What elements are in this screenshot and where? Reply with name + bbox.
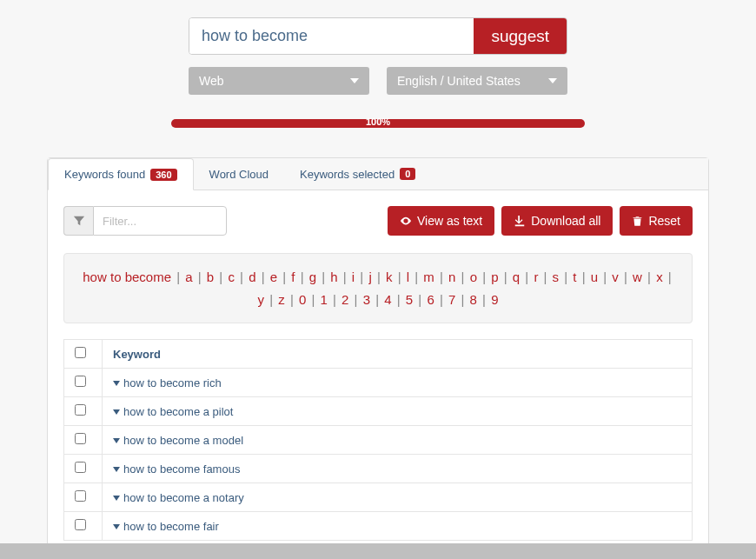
alpha-link-h[interactable]: h <box>330 270 337 284</box>
found-count-badge: 360 <box>150 169 176 181</box>
results-table: Keyword how to become richhow to become … <box>63 339 693 541</box>
source-select[interactable]: Web <box>189 67 369 95</box>
caret-down-icon <box>113 381 120 386</box>
alpha-link-u[interactable]: u <box>591 270 598 284</box>
alpha-link-e[interactable]: e <box>270 270 277 284</box>
reset-button[interactable]: Reset <box>620 206 693 236</box>
alpha-link-r[interactable]: r <box>534 270 538 284</box>
keyword-link[interactable]: how to become famous <box>123 463 240 476</box>
table-row: how to become a pilot <box>64 397 693 426</box>
progress-bar: 100% <box>171 119 585 128</box>
row-checkbox[interactable] <box>75 404 86 416</box>
alpha-link-7[interactable]: 7 <box>448 292 455 307</box>
caret-down-icon <box>113 467 120 472</box>
alpha-nav: how to become | a | b | c | d | e | f | … <box>63 253 693 323</box>
chevron-down-icon <box>350 78 359 83</box>
alpha-link-q[interactable]: q <box>513 270 520 284</box>
row-checkbox[interactable] <box>75 433 86 444</box>
progress-label: 100% <box>171 116 585 127</box>
caret-down-icon <box>113 524 120 529</box>
alpha-link-8[interactable]: 8 <box>470 292 477 307</box>
alpha-link-c[interactable]: c <box>228 270 235 284</box>
keyword-link[interactable]: how to become a pilot <box>123 405 233 418</box>
alpha-link-d[interactable]: d <box>249 270 255 284</box>
alpha-link-j[interactable]: j <box>368 270 371 284</box>
tab-keywords-selected[interactable]: Keywords selected 0 <box>284 158 431 190</box>
keyword-link[interactable]: how to become a notary <box>123 491 244 504</box>
alpha-link-b[interactable]: b <box>207 270 214 284</box>
caret-down-icon <box>113 496 120 501</box>
tab-label: Keywords found <box>64 168 145 181</box>
tab-label: Word Cloud <box>209 168 269 181</box>
alpha-link-y[interactable]: y <box>257 292 264 307</box>
alpha-link-k[interactable]: k <box>386 270 393 284</box>
table-row: how to become rich <box>64 369 693 397</box>
results-panel: Keywords found 360 Word Cloud Keywords s… <box>47 157 709 557</box>
footer-shadow <box>0 543 756 559</box>
table-row: how to become a notary <box>64 483 693 512</box>
column-header-keyword: Keyword <box>103 340 693 369</box>
alpha-link-6[interactable]: 6 <box>427 292 434 307</box>
tab-word-cloud[interactable]: Word Cloud <box>194 158 284 190</box>
tab-label: Keywords selected <box>300 168 395 181</box>
caret-down-icon <box>113 438 120 443</box>
view-as-text-button[interactable]: View as text <box>388 206 494 236</box>
alpha-link-g[interactable]: g <box>309 270 316 284</box>
table-row: how to become fair <box>64 512 693 541</box>
alpha-link-p[interactable]: p <box>491 270 498 284</box>
search-input[interactable] <box>189 18 474 54</box>
download-icon <box>514 215 526 227</box>
alpha-root-link[interactable]: how to become <box>83 270 171 284</box>
alpha-link-z[interactable]: z <box>278 292 285 307</box>
keyword-link[interactable]: how to become fair <box>123 520 219 533</box>
search-box: suggest <box>189 17 567 55</box>
alpha-link-l[interactable]: l <box>407 270 409 284</box>
alpha-link-o[interactable]: o <box>470 270 477 284</box>
alpha-link-w[interactable]: w <box>633 270 642 284</box>
alpha-link-v[interactable]: v <box>612 270 619 284</box>
row-checkbox[interactable] <box>75 519 86 530</box>
alpha-link-s[interactable]: s <box>553 270 560 284</box>
tab-keywords-found[interactable]: Keywords found 360 <box>48 158 194 190</box>
trash-icon <box>632 215 643 227</box>
alpha-link-x[interactable]: x <box>656 270 663 284</box>
filter-input[interactable] <box>93 206 227 236</box>
download-all-button[interactable]: Download all <box>501 206 613 236</box>
alpha-link-2[interactable]: 2 <box>342 292 348 307</box>
keyword-link[interactable]: how to become rich <box>123 376 222 389</box>
row-checkbox[interactable] <box>75 376 86 387</box>
alpha-link-4[interactable]: 4 <box>384 292 391 307</box>
button-label: View as text <box>417 214 482 228</box>
alpha-link-0[interactable]: 0 <box>299 292 306 307</box>
row-checkbox[interactable] <box>75 490 86 502</box>
alpha-link-1[interactable]: 1 <box>321 292 328 307</box>
row-checkbox[interactable] <box>75 462 86 473</box>
table-row: how to become a model <box>64 426 693 455</box>
select-all-checkbox[interactable] <box>75 347 86 358</box>
alpha-link-9[interactable]: 9 <box>491 292 498 307</box>
alpha-link-a[interactable]: a <box>185 270 192 284</box>
button-label: Download all <box>531 214 600 228</box>
caret-down-icon <box>113 409 120 415</box>
alpha-link-t[interactable]: t <box>573 270 576 284</box>
table-row: how to become famous <box>64 455 693 483</box>
locale-select[interactable]: English / United States <box>387 67 567 95</box>
button-label: Reset <box>648 214 680 228</box>
eye-icon <box>400 215 412 227</box>
source-select-label: Web <box>199 74 224 88</box>
alpha-link-n[interactable]: n <box>448 270 455 284</box>
chevron-down-icon <box>548 78 557 83</box>
filter-icon <box>63 206 93 236</box>
alpha-link-i[interactable]: i <box>352 270 355 284</box>
locale-select-label: English / United States <box>397 74 521 88</box>
suggest-button[interactable]: suggest <box>474 18 567 54</box>
alpha-link-m[interactable]: m <box>423 270 434 284</box>
selected-count-badge: 0 <box>400 168 415 180</box>
alpha-link-f[interactable]: f <box>291 270 295 284</box>
alpha-link-5[interactable]: 5 <box>406 292 413 307</box>
keyword-link[interactable]: how to become a model <box>123 434 243 447</box>
alpha-link-3[interactable]: 3 <box>363 292 370 307</box>
